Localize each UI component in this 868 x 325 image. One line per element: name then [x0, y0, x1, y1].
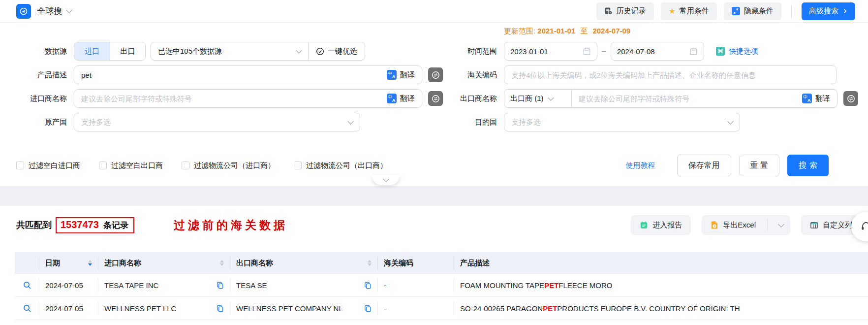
form-grid: 数据源 进口 出口 已选中105个数据源 一键优选 [10, 39, 858, 134]
product-desc-inputbox: 中A 翻译 [74, 65, 422, 84]
desc-text: FLEECE MORO [558, 281, 612, 290]
cell-importer: TESA TAPE INC [98, 278, 230, 292]
chevron-down-icon [778, 221, 784, 228]
advanced-search-button[interactable]: 高级搜索 [802, 2, 855, 20]
enter-report-button[interactable]: 进入报告 [631, 215, 691, 235]
origin-country-select[interactable]: 支持多选 [74, 113, 360, 131]
data-source-label: 数据源 [10, 47, 74, 56]
chevron-down-icon [383, 176, 389, 182]
exporter-type-select[interactable]: 出口商 (1) [504, 94, 571, 103]
calendar-icon [689, 47, 698, 56]
data-source-select[interactable]: 已选中105个数据源 [151, 47, 308, 56]
data-source-selected-text: 已选中105个数据源 [158, 47, 222, 56]
importer-input[interactable] [74, 90, 380, 107]
translate-button[interactable]: 中A 翻译 [795, 94, 837, 103]
divider [791, 5, 792, 18]
copy-icon[interactable] [364, 305, 372, 312]
save-common-button[interactable]: 保存常用 [677, 155, 731, 176]
search-form-panel: 更新范围: 2021-01-01 至 2024-07-09 数据源 进口 出口 … [0, 23, 868, 186]
export-options-dropdown[interactable] [772, 215, 790, 235]
desc-highlight: PET [544, 281, 558, 290]
exporter-input[interactable] [572, 90, 795, 107]
checkbox-filter-blank-exporter[interactable]: 过滤空白出口商 [99, 161, 163, 170]
exact-match-toggle[interactable] [428, 67, 443, 82]
row-detail-button[interactable] [15, 301, 39, 315]
translate-icon: 中A [387, 70, 397, 80]
exact-match-toggle[interactable] [428, 91, 443, 106]
origin-country-placeholder: 支持多选 [81, 118, 111, 127]
quick-options-label: 快捷选项 [729, 47, 758, 56]
desc-text: SO-24-00265 PARAGON [460, 304, 543, 313]
cell-exporter: TESA SE [230, 278, 378, 292]
cell-hs-code: - [378, 301, 454, 315]
results-actions: 进入报告 导出Excel 自定义列 [620, 215, 868, 235]
export-excel-button[interactable]: 导出Excel [702, 215, 763, 235]
copy-icon[interactable] [364, 282, 372, 289]
exporter-label: 出口商名称 [443, 94, 504, 103]
tab-export[interactable]: 出口 [110, 42, 145, 60]
quick-options-link[interactable]: ⌘ 快捷选项 [716, 47, 758, 56]
start-date-picker[interactable]: 2023-01-01 [504, 42, 597, 61]
chevron-down-icon [296, 47, 302, 54]
one-click-optimize-button[interactable]: 一键优选 [309, 47, 365, 56]
history-label: 历史记录 [617, 6, 646, 16]
update-range-start: 2021-01-01 [537, 27, 575, 35]
reset-button[interactable]: 重 置 [739, 155, 779, 176]
cell-exporter: WELLNESS PET COMPANY NL [230, 301, 378, 315]
sort-control-date[interactable] [84, 260, 92, 266]
report-icon [640, 221, 648, 229]
history-button[interactable]: 历史记录 [596, 2, 654, 20]
data-source-row: 数据源 进口 出口 已选中105个数据源 一键优选 [10, 39, 443, 63]
magnifier-icon [23, 281, 31, 290]
search-button[interactable]: 搜索 [787, 155, 829, 176]
hs-code-input[interactable] [504, 66, 836, 84]
checkbox[interactable] [16, 162, 24, 169]
checkbox-filter-logistics-importer[interactable]: 过滤物流公司（进口商） [182, 161, 275, 170]
time-range-row: 时间范围 2023-01-01 – 2024-07-08 ⌘ 快捷选项 [443, 39, 858, 63]
chevron-down-icon[interactable] [66, 7, 72, 13]
sort-control-importer[interactable] [216, 260, 224, 266]
update-range-end: 2024-07-09 [592, 27, 630, 35]
translate-button[interactable]: 中A 翻译 [380, 70, 422, 80]
form-right-column: 时间范围 2023-01-01 – 2024-07-08 ⌘ 快捷选项 [443, 39, 858, 134]
match-count-value: 1537473 [61, 219, 99, 230]
translate-icon: 中A [387, 94, 397, 103]
favorites-button[interactable]: ★ 常用条件 [661, 2, 717, 20]
copy-icon[interactable] [217, 282, 224, 289]
translate-button[interactable]: 中A 翻译 [380, 94, 422, 103]
row-detail-button[interactable] [15, 278, 39, 292]
hide-conditions-label: 隐藏条件 [744, 6, 774, 16]
copy-icon[interactable] [217, 305, 224, 312]
importer-inputbox: 中A 翻译 [74, 89, 422, 108]
dest-country-select[interactable]: 支持多选 [504, 113, 740, 131]
hs-code-label: 海关编码 [443, 70, 504, 80]
cell-product-desc: FOAM MOUNTING TAPE PET FLEECE MORO [454, 278, 868, 292]
chevron-down-icon [727, 118, 734, 125]
end-date-picker[interactable]: 2024-07-08 [611, 42, 704, 61]
checkbox[interactable] [294, 162, 302, 169]
export-excel-label: 导出Excel [723, 221, 756, 230]
product-desc-input[interactable] [74, 66, 380, 84]
tutorial-link[interactable]: 使用教程 [626, 161, 655, 170]
hide-conditions-button[interactable]: 隐藏条件 [724, 2, 781, 20]
exporter-name: TESA SE [236, 281, 267, 290]
tab-import[interactable]: 进口 [74, 42, 110, 60]
checkbox-filter-blank-importer[interactable]: 过滤空白进口商 [16, 161, 80, 170]
sort-control-exporter[interactable] [364, 260, 372, 266]
match-count-suffix: 条记录 [103, 220, 128, 231]
panel-gap [0, 186, 868, 206]
command-icon: ⌘ [716, 47, 725, 56]
table-header-date: 日期 [39, 257, 98, 269]
global-search-page: 全球搜 历史记录 ★ 常用条件 隐藏条件 高级搜索 更新范围: [0, 0, 868, 325]
checkbox[interactable] [99, 162, 107, 169]
exact-match-toggle[interactable] [843, 91, 858, 106]
swap-circle-icon [431, 94, 440, 103]
topbar: 全球搜 历史记录 ★ 常用条件 隐藏条件 高级搜索 [0, 0, 868, 23]
enter-report-label: 进入报告 [652, 221, 682, 230]
checkbox[interactable] [182, 162, 189, 169]
cell-date: 2024-07-05 [39, 278, 98, 292]
checkbox-filter-logistics-exporter[interactable]: 过滤物流公司（出口商） [294, 161, 387, 170]
excel-file-icon [711, 221, 718, 229]
checkbox-label: 过滤物流公司（进口商） [194, 161, 275, 170]
collapse-form-tab[interactable] [372, 175, 400, 185]
